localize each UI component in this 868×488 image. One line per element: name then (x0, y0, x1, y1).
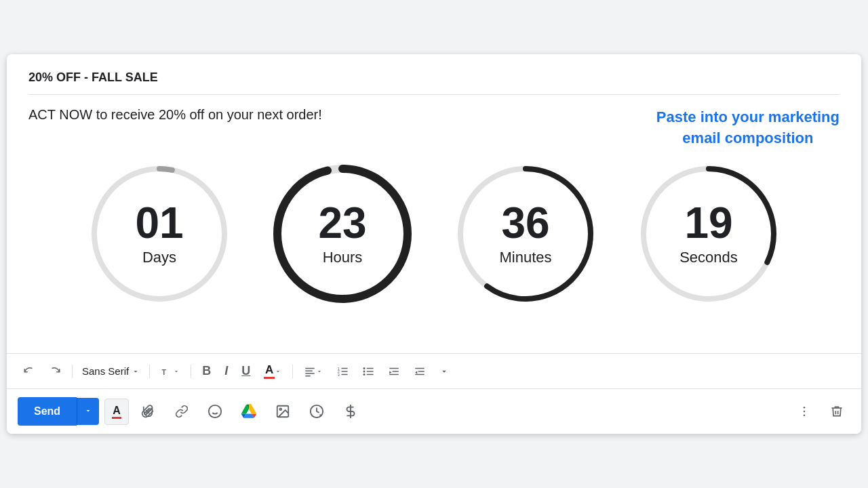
decrease-indent-button[interactable] (382, 361, 406, 382)
more-formatting-button[interactable] (434, 363, 454, 380)
svg-text:T: T (162, 367, 167, 375)
svg-point-35 (280, 408, 282, 410)
svg-rect-22 (367, 371, 374, 372)
attach-button[interactable] (134, 399, 163, 424)
toolbar-divider-1 (72, 365, 73, 378)
countdown-days-circle: 01 Days (88, 163, 231, 305)
more-options-button[interactable] (791, 399, 818, 424)
font-color-action-button[interactable]: A (104, 399, 129, 425)
countdown-minutes-circle: 36 Minutes (454, 163, 597, 305)
redo-button[interactable] (43, 361, 66, 382)
countdown-hours-label: Hours (318, 249, 366, 266)
align-button[interactable] (298, 361, 328, 382)
italic-icon: I (224, 364, 228, 378)
undo-button[interactable] (18, 361, 41, 382)
svg-point-38 (804, 407, 806, 409)
underline-icon: U (241, 364, 250, 378)
countdown-hours: 23 Hours (271, 163, 414, 305)
svg-rect-26 (393, 371, 399, 372)
countdown-days-value: 01 (135, 201, 183, 245)
bold-icon: B (202, 364, 211, 378)
font-color-action-icon: A (112, 405, 121, 419)
italic-button[interactable]: I (219, 360, 233, 382)
paste-hint: Paste into your marketing email composit… (656, 107, 840, 149)
send-btn-group: Send (18, 397, 99, 426)
svg-rect-27 (389, 373, 399, 375)
drive-button[interactable] (235, 399, 263, 424)
svg-point-23 (363, 373, 366, 375)
svg-rect-9 (305, 367, 315, 369)
increase-indent-button[interactable] (408, 361, 431, 382)
toolbar-divider-2 (149, 365, 150, 378)
email-content-row: ACT NOW to receive 20% off on your next … (28, 107, 840, 149)
schedule-button[interactable] (302, 399, 331, 424)
svg-rect-10 (305, 370, 313, 371)
svg-rect-24 (367, 373, 374, 375)
email-promo-text: ACT NOW to receive 20% off on your next … (28, 107, 616, 123)
bold-button[interactable]: B (197, 360, 216, 382)
countdown-minutes-inner: 36 Minutes (499, 201, 551, 266)
countdown-hours-value: 23 (318, 201, 366, 245)
paste-hint-line2: email composition (682, 129, 813, 146)
countdown-row: 01 Days 23 Hours (28, 163, 840, 305)
svg-rect-30 (415, 373, 425, 375)
countdown-seconds: 19 Seconds (637, 163, 780, 305)
svg-rect-11 (305, 373, 315, 374)
countdown-seconds-inner: 19 Seconds (679, 201, 738, 266)
countdown-days-inner: 01 Days (135, 201, 183, 266)
bullet-list-button[interactable] (357, 361, 380, 382)
font-family-name: Sans Serif (82, 365, 129, 377)
countdown-hours-circle: 23 Hours (271, 163, 414, 305)
font-size-button[interactable]: T (155, 361, 185, 382)
svg-rect-16 (342, 371, 348, 372)
font-color-button[interactable]: A (258, 359, 287, 383)
font-color-icon: A (264, 363, 275, 379)
svg-rect-28 (415, 367, 425, 369)
svg-point-31 (209, 405, 221, 418)
svg-point-19 (363, 367, 366, 369)
countdown-seconds-label: Seconds (679, 249, 738, 266)
image-button[interactable] (269, 399, 297, 424)
link-button[interactable] (168, 399, 195, 424)
svg-rect-18 (342, 373, 348, 375)
delete-draft-button[interactable] (823, 399, 850, 424)
email-composer: 20% OFF - FALL SALE ACT NOW to receive 2… (7, 54, 861, 434)
svg-rect-20 (367, 367, 374, 369)
email-subject: 20% OFF - FALL SALE (28, 70, 840, 85)
svg-rect-29 (418, 371, 425, 372)
formatting-toolbar: Sans Serif T B I U A (7, 354, 861, 389)
svg-rect-12 (305, 375, 311, 377)
svg-rect-14 (342, 367, 348, 369)
send-button[interactable]: Send (18, 397, 77, 426)
toolbar-divider-3 (191, 365, 191, 378)
countdown-seconds-value: 19 (679, 201, 738, 245)
countdown-hours-inner: 23 Hours (318, 201, 366, 266)
toolbar-divider-4 (292, 365, 293, 378)
email-body: 20% OFF - FALL SALE ACT NOW to receive 2… (7, 54, 861, 354)
emoji-button[interactable] (201, 399, 229, 424)
font-family-selector[interactable]: Sans Serif (78, 363, 144, 380)
countdown-minutes: 36 Minutes (454, 163, 597, 305)
action-bar: Send A (7, 389, 861, 434)
countdown-seconds-circle: 19 Seconds (637, 163, 780, 305)
svg-rect-25 (389, 367, 399, 369)
numbered-list-button[interactable]: 123 (331, 361, 354, 382)
underline-button[interactable]: U (236, 360, 256, 382)
email-divider (28, 94, 840, 95)
send-dropdown-button[interactable] (77, 398, 99, 425)
svg-point-40 (804, 415, 806, 417)
svg-point-39 (804, 411, 806, 413)
countdown-minutes-label: Minutes (499, 249, 551, 266)
svg-point-21 (363, 370, 366, 372)
paste-hint-line1: Paste into your marketing (656, 108, 840, 125)
countdown-days: 01 Days (88, 163, 231, 305)
countdown-minutes-value: 36 (499, 201, 551, 245)
countdown-days-label: Days (135, 249, 183, 266)
payment-button[interactable] (336, 399, 365, 424)
svg-text:3: 3 (338, 372, 340, 376)
